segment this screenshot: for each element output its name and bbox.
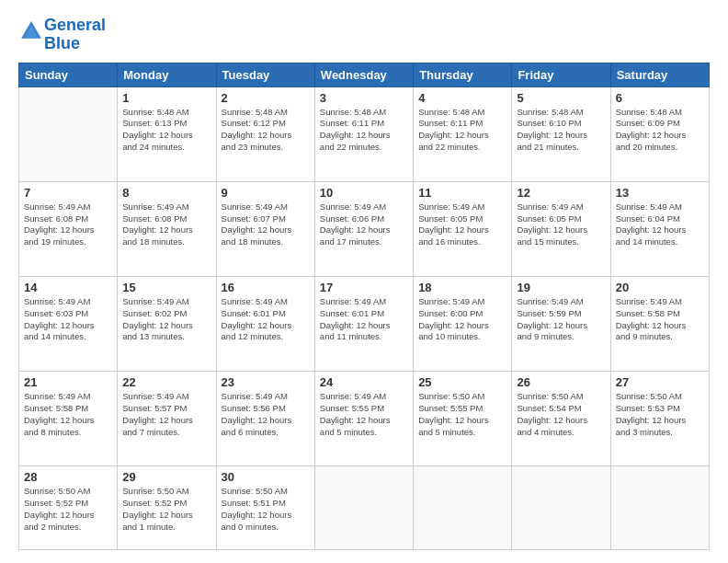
- logo-text: GeneralBlue: [44, 17, 106, 53]
- table-row: 23Sunrise: 5:49 AM Sunset: 5:56 PM Dayli…: [216, 372, 314, 466]
- calendar-week-1: 1Sunrise: 5:48 AM Sunset: 6:13 PM Daylig…: [19, 86, 710, 181]
- table-row: 15Sunrise: 5:49 AM Sunset: 6:02 PM Dayli…: [118, 276, 216, 371]
- table-row: 24Sunrise: 5:49 AM Sunset: 5:55 PM Dayli…: [314, 372, 413, 466]
- table-row: 13Sunrise: 5:49 AM Sunset: 6:04 PM Dayli…: [610, 181, 709, 276]
- day-info: Sunrise: 5:49 AM Sunset: 6:01 PM Dayligh…: [222, 296, 310, 343]
- day-number: 21: [24, 375, 112, 389]
- day-number: 30: [222, 470, 310, 484]
- day-number: 19: [517, 281, 605, 294]
- day-number: 14: [24, 281, 112, 294]
- table-row: [414, 466, 512, 550]
- table-row: 19Sunrise: 5:49 AM Sunset: 5:59 PM Dayli…: [512, 276, 610, 371]
- day-number: 10: [320, 186, 408, 200]
- table-row: 29Sunrise: 5:50 AM Sunset: 5:52 PM Dayli…: [118, 466, 216, 550]
- header: GeneralBlue: [18, 17, 710, 53]
- calendar-body: 1Sunrise: 5:48 AM Sunset: 6:13 PM Daylig…: [19, 86, 710, 549]
- table-row: 17Sunrise: 5:49 AM Sunset: 6:01 PM Dayli…: [314, 276, 413, 371]
- day-number: 9: [222, 186, 310, 200]
- weekday-header-saturday: Saturday: [610, 63, 709, 86]
- day-info: Sunrise: 5:49 AM Sunset: 6:08 PM Dayligh…: [122, 201, 210, 248]
- day-info: Sunrise: 5:49 AM Sunset: 6:01 PM Dayligh…: [320, 296, 408, 343]
- day-info: Sunrise: 5:50 AM Sunset: 5:55 PM Dayligh…: [418, 391, 506, 438]
- weekday-header-wednesday: Wednesday: [314, 63, 413, 86]
- calendar-table: SundayMondayTuesdayWednesdayThursdayFrid…: [18, 63, 710, 550]
- table-row: 3Sunrise: 5:48 AM Sunset: 6:11 PM Daylig…: [314, 86, 413, 181]
- day-info: Sunrise: 5:49 AM Sunset: 6:07 PM Dayligh…: [222, 201, 310, 248]
- day-info: Sunrise: 5:50 AM Sunset: 5:52 PM Dayligh…: [24, 486, 112, 533]
- weekday-header-row: SundayMondayTuesdayWednesdayThursdayFrid…: [19, 63, 710, 86]
- day-number: 2: [222, 91, 310, 105]
- weekday-header-friday: Friday: [512, 63, 610, 86]
- day-info: Sunrise: 5:49 AM Sunset: 5:58 PM Dayligh…: [616, 296, 704, 343]
- table-row: 27Sunrise: 5:50 AM Sunset: 5:53 PM Dayli…: [610, 372, 709, 466]
- day-number: 17: [320, 281, 408, 294]
- day-number: 25: [418, 375, 506, 389]
- day-number: 28: [24, 470, 112, 484]
- table-row: 22Sunrise: 5:49 AM Sunset: 5:57 PM Dayli…: [118, 372, 216, 466]
- table-row: [19, 86, 118, 181]
- day-number: 7: [24, 186, 112, 200]
- calendar-week-2: 7Sunrise: 5:49 AM Sunset: 6:08 PM Daylig…: [19, 181, 710, 276]
- day-number: 8: [122, 186, 210, 200]
- day-number: 4: [418, 91, 506, 105]
- day-info: Sunrise: 5:48 AM Sunset: 6:10 PM Dayligh…: [517, 107, 605, 154]
- day-number: 13: [616, 186, 704, 200]
- day-info: Sunrise: 5:49 AM Sunset: 6:04 PM Dayligh…: [616, 201, 704, 248]
- day-number: 18: [418, 281, 506, 294]
- weekday-header-sunday: Sunday: [19, 63, 118, 86]
- day-number: 24: [320, 375, 408, 389]
- day-info: Sunrise: 5:49 AM Sunset: 5:57 PM Dayligh…: [122, 391, 210, 438]
- day-number: 27: [616, 375, 704, 389]
- table-row: 21Sunrise: 5:49 AM Sunset: 5:58 PM Dayli…: [19, 372, 118, 466]
- table-row: 26Sunrise: 5:50 AM Sunset: 5:54 PM Dayli…: [512, 372, 610, 466]
- day-info: Sunrise: 5:48 AM Sunset: 6:12 PM Dayligh…: [222, 107, 310, 154]
- day-number: 16: [222, 281, 310, 294]
- calendar-week-4: 21Sunrise: 5:49 AM Sunset: 5:58 PM Dayli…: [19, 372, 710, 466]
- day-number: 1: [122, 91, 210, 105]
- table-row: 11Sunrise: 5:49 AM Sunset: 6:05 PM Dayli…: [414, 181, 512, 276]
- day-number: 5: [517, 91, 605, 105]
- day-number: 6: [616, 91, 704, 105]
- table-row: [512, 466, 610, 550]
- day-number: 3: [320, 91, 408, 105]
- day-info: Sunrise: 5:49 AM Sunset: 6:08 PM Dayligh…: [24, 201, 112, 248]
- day-info: Sunrise: 5:49 AM Sunset: 5:56 PM Dayligh…: [222, 391, 310, 438]
- day-info: Sunrise: 5:49 AM Sunset: 6:05 PM Dayligh…: [517, 201, 605, 248]
- weekday-header-tuesday: Tuesday: [216, 63, 314, 86]
- day-number: 12: [517, 186, 605, 200]
- day-info: Sunrise: 5:48 AM Sunset: 6:11 PM Dayligh…: [320, 107, 408, 154]
- table-row: 18Sunrise: 5:49 AM Sunset: 6:00 PM Dayli…: [414, 276, 512, 371]
- table-row: 1Sunrise: 5:48 AM Sunset: 6:13 PM Daylig…: [118, 86, 216, 181]
- table-row: 4Sunrise: 5:48 AM Sunset: 6:11 PM Daylig…: [414, 86, 512, 181]
- day-info: Sunrise: 5:49 AM Sunset: 6:02 PM Dayligh…: [122, 296, 210, 343]
- day-info: Sunrise: 5:48 AM Sunset: 6:11 PM Dayligh…: [418, 107, 506, 154]
- table-row: 7Sunrise: 5:49 AM Sunset: 6:08 PM Daylig…: [19, 181, 118, 276]
- table-row: 2Sunrise: 5:48 AM Sunset: 6:12 PM Daylig…: [216, 86, 314, 181]
- day-info: Sunrise: 5:48 AM Sunset: 6:13 PM Dayligh…: [122, 107, 210, 154]
- table-row: 30Sunrise: 5:50 AM Sunset: 5:51 PM Dayli…: [216, 466, 314, 550]
- logo: GeneralBlue: [18, 17, 106, 53]
- page: GeneralBlue SundayMondayTuesdayWednesday…: [0, 0, 728, 563]
- table-row: 28Sunrise: 5:50 AM Sunset: 5:52 PM Dayli…: [19, 466, 118, 550]
- day-number: 22: [122, 375, 210, 389]
- calendar-week-3: 14Sunrise: 5:49 AM Sunset: 6:03 PM Dayli…: [19, 276, 710, 371]
- day-info: Sunrise: 5:49 AM Sunset: 6:03 PM Dayligh…: [24, 296, 112, 343]
- day-info: Sunrise: 5:48 AM Sunset: 6:09 PM Dayligh…: [616, 107, 704, 154]
- day-info: Sunrise: 5:49 AM Sunset: 6:00 PM Dayligh…: [418, 296, 506, 343]
- day-info: Sunrise: 5:49 AM Sunset: 5:55 PM Dayligh…: [320, 391, 408, 438]
- day-info: Sunrise: 5:49 AM Sunset: 6:05 PM Dayligh…: [418, 201, 506, 248]
- table-row: 10Sunrise: 5:49 AM Sunset: 6:06 PM Dayli…: [314, 181, 413, 276]
- day-number: 11: [418, 186, 506, 200]
- table-row: 20Sunrise: 5:49 AM Sunset: 5:58 PM Dayli…: [610, 276, 709, 371]
- day-number: 15: [122, 281, 210, 294]
- weekday-header-monday: Monday: [118, 63, 216, 86]
- day-info: Sunrise: 5:50 AM Sunset: 5:52 PM Dayligh…: [122, 486, 210, 533]
- day-info: Sunrise: 5:49 AM Sunset: 5:59 PM Dayligh…: [517, 296, 605, 343]
- table-row: 8Sunrise: 5:49 AM Sunset: 6:08 PM Daylig…: [118, 181, 216, 276]
- day-number: 23: [222, 375, 310, 389]
- day-info: Sunrise: 5:49 AM Sunset: 6:06 PM Dayligh…: [320, 201, 408, 248]
- table-row: 9Sunrise: 5:49 AM Sunset: 6:07 PM Daylig…: [216, 181, 314, 276]
- table-row: 6Sunrise: 5:48 AM Sunset: 6:09 PM Daylig…: [610, 86, 709, 181]
- table-row: 12Sunrise: 5:49 AM Sunset: 6:05 PM Dayli…: [512, 181, 610, 276]
- table-row: [314, 466, 413, 550]
